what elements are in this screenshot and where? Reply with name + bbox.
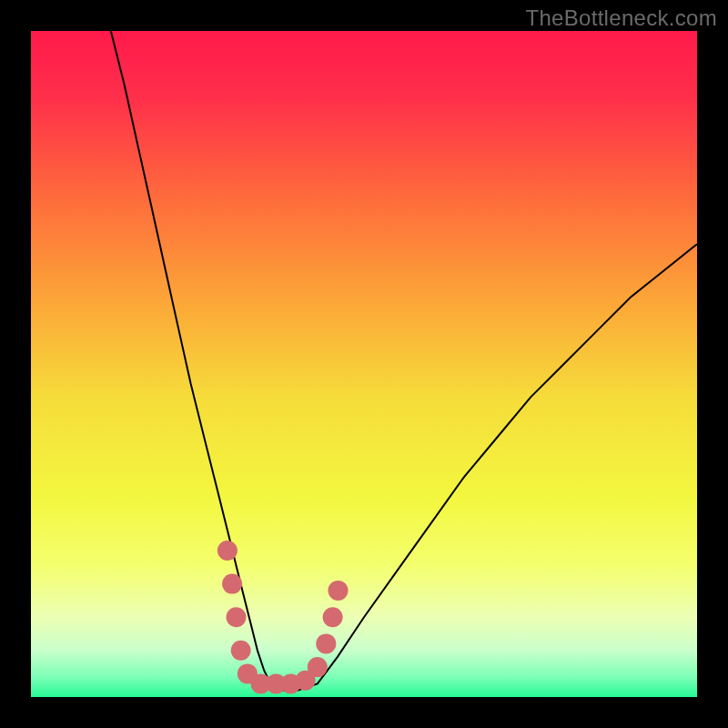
marker-dot	[231, 641, 251, 661]
marker-dot	[323, 607, 343, 627]
chart-svg	[31, 31, 697, 697]
marker-dot	[222, 574, 242, 594]
marker-dot	[217, 541, 238, 561]
marker-dot	[329, 581, 349, 601]
marker-dot	[308, 657, 328, 677]
plot-area	[31, 31, 697, 697]
watermark-text: TheBottleneck.com	[525, 5, 717, 31]
gradient-background	[31, 31, 697, 697]
marker-dot	[227, 607, 247, 627]
chart-frame: TheBottleneck.com	[0, 0, 728, 728]
marker-dot	[316, 633, 336, 653]
